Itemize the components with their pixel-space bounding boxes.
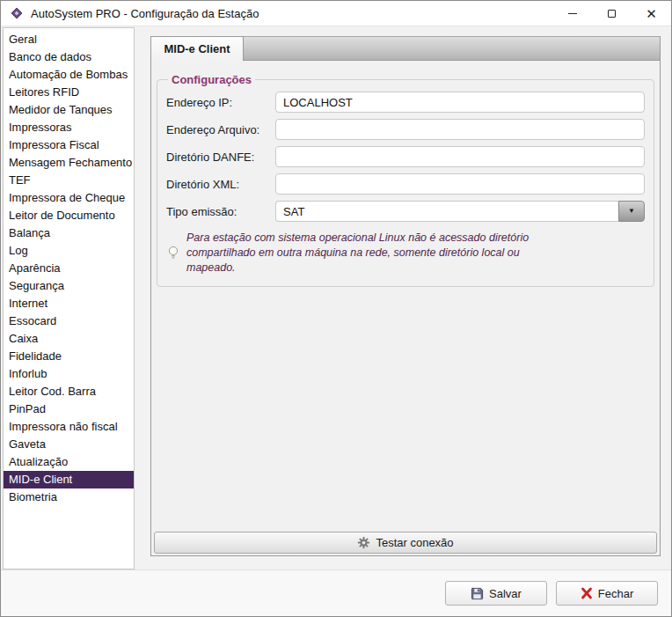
tipo-emissao-label: Tipo emissão: (166, 205, 275, 218)
sidebar-item-caixa[interactable]: Caixa (4, 330, 134, 348)
sidebar-item-impressora-fiscal[interactable]: Impressora Fiscal (4, 136, 134, 154)
save-button-label: Salvar (489, 587, 522, 600)
titlebar[interactable]: AutoSystem PRO - Configuração da Estação… (1, 1, 671, 26)
sidebar-item-impressora-nao-fiscal[interactable]: Impressora não fiscal (4, 418, 134, 436)
tab-content: Configurações Endereço IP:Endereço Arqui… (150, 60, 661, 556)
sidebar-item-fidelidade[interactable]: Fidelidade (4, 348, 134, 365)
sidebar-item-leitor-de-documento[interactable]: Leitor de Documento (4, 207, 134, 224)
minimize-icon (568, 13, 577, 14)
tipo-emissao-dropdown-button[interactable]: ▼ (618, 201, 645, 222)
close-window-button[interactable]: ✕ (632, 1, 671, 26)
form-fields: Endereço IP:Endereço Arquivo:Diretório D… (166, 92, 645, 222)
field-row-diretorio-xml: Diretório XML: (166, 173, 645, 195)
sidebar-item-seguranca[interactable]: Segurança (4, 277, 134, 295)
main-panel: MID-e Client Configurações Endereço IP:E… (150, 36, 661, 555)
app-icon (11, 7, 23, 19)
sidebar: GeralBanco de dadosAutomação de BombasLe… (3, 27, 135, 569)
close-button-label: Fechar (598, 587, 633, 600)
tipo-emissao-value[interactable] (275, 201, 618, 222)
endereco-arquivo-input[interactable] (275, 119, 645, 140)
sidebar-item-impressora-de-cheque[interactable]: Impressora de Cheque (4, 189, 134, 207)
close-icon: ✕ (646, 7, 657, 20)
tab-strip-filler (244, 36, 661, 60)
sidebar-item-pinpad[interactable]: PinPad (4, 400, 134, 418)
close-x-icon (581, 587, 593, 599)
endereco-ip-input[interactable] (275, 92, 645, 113)
diretorio-danfe-input[interactable] (275, 146, 645, 167)
sidebar-item-internet[interactable]: Internet (4, 295, 134, 312)
sidebar-item-leitor-cod-barra[interactable]: Leitor Cod. Barra (4, 383, 134, 400)
tab-mid-e-client[interactable]: MID-e Client (150, 36, 244, 61)
endereco-arquivo-label: Endereço Arquivo: (166, 123, 275, 136)
endereco-ip-label: Endereço IP: (166, 96, 275, 109)
sidebar-item-automacao-de-bombas[interactable]: Automação de Bombas (4, 66, 134, 84)
sidebar-item-leitores-rfid[interactable]: Leitores RFID (4, 84, 134, 101)
app-window: AutoSystem PRO - Configuração da Estação… (0, 0, 672, 617)
field-row-tipo-emissao: Tipo emissão:▼ (166, 201, 645, 222)
sidebar-item-biometria[interactable]: Biometria (4, 488, 134, 506)
tabbar: MID-e Client (150, 36, 661, 60)
sidebar-item-log[interactable]: Log (4, 242, 134, 260)
sidebar-item-mensagem-fechamento[interactable]: Mensagem Fechamento (4, 154, 134, 172)
close-button[interactable]: Fechar (556, 581, 658, 606)
sidebar-item-essocard[interactable]: Essocard (4, 312, 134, 330)
minimize-button[interactable] (552, 1, 592, 26)
tipo-emissao-select[interactable]: ▼ (275, 201, 645, 222)
sidebar-item-gaveta[interactable]: Gaveta (4, 436, 134, 453)
maximize-icon (608, 10, 616, 18)
footer: Salvar Fechar (1, 569, 671, 616)
save-icon (471, 587, 484, 600)
sidebar-item-aparencia[interactable]: Aparência (4, 260, 134, 277)
field-row-endereco-arquivo: Endereço Arquivo: (166, 119, 645, 140)
sidebar-item-inforlub[interactable]: Inforlub (4, 365, 134, 383)
diretorio-danfe-label: Diretório DANFE: (166, 151, 275, 164)
save-button[interactable]: Salvar (445, 581, 547, 606)
diretorio-xml-label: Diretório XML: (166, 178, 275, 191)
sidebar-item-medidor-de-tanques[interactable]: Medidor de Tanques (4, 101, 134, 119)
sidebar-item-atualizacao[interactable]: Atualização (4, 453, 134, 471)
groupbox-title: Configurações (168, 73, 255, 86)
test-connection-button[interactable]: Testar conexão (154, 532, 657, 554)
sidebar-item-geral[interactable]: Geral (4, 31, 134, 48)
field-row-diretorio-danfe: Diretório DANFE: (166, 146, 645, 167)
maximize-button[interactable] (592, 1, 632, 26)
info-note-row: Para estação com sistema operacional Lin… (168, 231, 645, 275)
sidebar-item-balanca[interactable]: Balança (4, 224, 134, 242)
window-title: AutoSystem PRO - Configuração da Estação (31, 7, 259, 20)
sidebar-item-mid-e-client[interactable]: MID-e Client (4, 471, 134, 488)
chevron-down-icon: ▼ (628, 208, 635, 215)
field-row-endereco-ip: Endereço IP: (166, 92, 645, 113)
window-controls: ✕ (552, 1, 671, 26)
configuracoes-groupbox: Configurações Endereço IP:Endereço Arqui… (157, 73, 654, 287)
sidebar-item-banco-de-dados[interactable]: Banco de dados (4, 48, 134, 66)
test-connection-label: Testar conexão (376, 536, 453, 549)
sidebar-item-tef[interactable]: TEF (4, 172, 134, 189)
gear-icon (357, 536, 370, 549)
sidebar-item-impressoras[interactable]: Impressoras (4, 119, 134, 136)
lightbulb-icon (168, 246, 179, 261)
info-note: Para estação com sistema operacional Lin… (186, 231, 531, 275)
diretorio-xml-input[interactable] (275, 173, 645, 195)
